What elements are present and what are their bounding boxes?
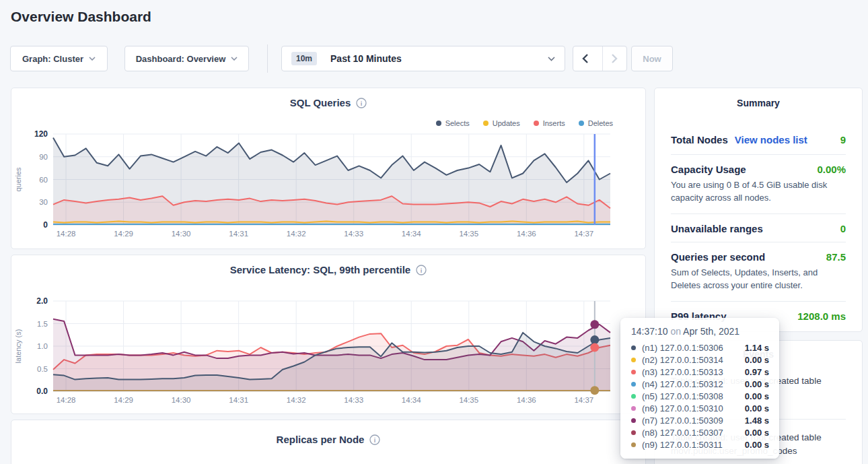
time-nav-arrows [573, 46, 627, 71]
tooltip-node-row: (n8) 127.0.0.1:503070.00 s [631, 426, 769, 438]
svg-text:latency (s): latency (s) [14, 329, 22, 364]
svg-text:1.0: 1.0 [37, 342, 48, 350]
now-button[interactable]: Now [631, 46, 673, 71]
chevron-right-icon [612, 54, 618, 63]
node-color-dot-icon [631, 394, 636, 399]
svg-text:14:29: 14:29 [114, 230, 133, 238]
node-address: (n5) 127.0.0.1:50308 [642, 391, 723, 401]
prev-time-button[interactable] [573, 46, 597, 71]
node-latency-value: 0.00 s [745, 391, 769, 401]
svg-text:60: 60 [39, 176, 48, 184]
time-range-label: Past 10 Minutes [330, 53, 402, 64]
node-color-dot-icon [631, 358, 636, 362]
tooltip-node-row: (n7) 127.0.0.1:503091.48 s [631, 414, 769, 426]
svg-text:14:37: 14:37 [574, 396, 593, 404]
info-icon[interactable]: i [416, 265, 427, 275]
service-latency-chart[interactable]: 14:2814:2914:3014:3114:3214:3314:3414:35… [11, 285, 645, 409]
svg-text:2.0: 2.0 [36, 296, 48, 306]
time-range-picker[interactable]: 10m Past 10 Minutes [281, 46, 565, 71]
sql-queries-title: SQL Queries [290, 97, 351, 108]
svg-text:14:35: 14:35 [459, 396, 478, 404]
tooltip-node-row: (n6) 127.0.0.1:503100.00 s [631, 402, 769, 414]
chevron-left-icon [582, 54, 588, 63]
node-address: (n9) 127.0.0.1:50311 [642, 440, 723, 450]
capacity-usage-label: Capacity Usage [671, 164, 746, 175]
svg-text:0.0: 0.0 [36, 387, 48, 396]
svg-text:14:34: 14:34 [402, 396, 421, 404]
info-icon[interactable]: i [369, 434, 380, 445]
node-color-dot-icon [631, 382, 636, 387]
tooltip-timestamp: 14:37:10 on Apr 5th, 2021 [631, 326, 769, 337]
svg-text:14:29: 14:29 [114, 396, 133, 404]
svg-text:14:28: 14:28 [57, 230, 76, 238]
sql-queries-chart[interactable]: 14:2814:2914:3014:3114:3214:3314:3414:35… [11, 121, 645, 243]
svg-text:14:31: 14:31 [229, 396, 248, 404]
tooltip-node-row: (n3) 127.0.0.1:503130.97 s [631, 366, 769, 378]
svg-text:14:33: 14:33 [344, 396, 363, 404]
replicas-per-node-panel: Replicas per Node i [11, 420, 646, 464]
graph-dropdown[interactable]: Graph: Cluster [10, 46, 108, 71]
svg-text:14:32: 14:32 [287, 230, 306, 238]
svg-text:i: i [421, 267, 423, 273]
node-address: (n3) 127.0.0.1:50313 [642, 367, 723, 377]
node-address: (n7) 127.0.0.1:50309 [642, 416, 723, 426]
svg-text:14:30: 14:30 [172, 396, 191, 404]
node-address: (n1) 127.0.0.1:50306 [642, 343, 723, 353]
dashboard-dropdown-label: Dashboard: Overview [136, 54, 226, 64]
svg-text:0.5: 0.5 [37, 365, 48, 373]
svg-text:14:36: 14:36 [517, 396, 536, 404]
node-latency-value: 0.00 s [745, 355, 769, 365]
tooltip-node-row: (n2) 127.0.0.1:503140.00 s [631, 354, 769, 366]
view-nodes-list-link[interactable]: View nodes list [735, 134, 807, 145]
service-latency-title: Service Latency: SQL, 99th percentile [230, 264, 410, 275]
svg-text:90: 90 [39, 153, 48, 161]
toolbar-divider [267, 44, 268, 73]
p99-latency-value: 1208.0 ms [797, 310, 846, 322]
graph-dropdown-label: Graph: Cluster [22, 54, 83, 64]
capacity-usage-desc: You are using 0 B of 4.5 GiB usable disk… [671, 178, 846, 204]
node-color-dot-icon [631, 418, 636, 423]
qps-label: Queries per second [671, 251, 765, 263]
svg-text:1.5: 1.5 [37, 320, 48, 328]
tooltip-node-row: (n4) 127.0.0.1:503120.00 s [631, 378, 769, 390]
svg-text:14:32: 14:32 [287, 396, 306, 404]
svg-text:14:34: 14:34 [402, 230, 421, 238]
node-latency-value: 1.48 s [745, 416, 769, 426]
next-time-button[interactable] [602, 46, 626, 71]
sql-queries-panel: SQL Queries i SelectsUpdatesInsertsDelet… [11, 88, 646, 249]
dashboard-dropdown[interactable]: Dashboard: Overview [124, 46, 249, 71]
info-icon[interactable]: i [356, 98, 367, 108]
capacity-usage-value: 0.00% [817, 164, 846, 175]
chevron-down-icon [548, 57, 555, 61]
tooltip-node-row: (n1) 127.0.0.1:503061.14 s [631, 341, 769, 354]
node-color-dot-icon [631, 430, 636, 435]
chart-hover-tooltip: 14:37:10 on Apr 5th, 2021 (n1) 127.0.0.1… [620, 318, 779, 459]
svg-text:14:37: 14:37 [574, 230, 593, 238]
total-nodes-value: 9 [840, 134, 846, 145]
svg-text:i: i [361, 100, 363, 106]
node-address: (n6) 127.0.0.1:50310 [642, 403, 723, 413]
svg-text:14:31: 14:31 [229, 230, 248, 238]
svg-text:queries: queries [14, 167, 22, 192]
tooltip-node-row: (n9) 127.0.0.1:503110.00 s [631, 438, 769, 451]
svg-text:120: 120 [34, 129, 48, 139]
node-latency-value: 0.97 s [745, 367, 769, 377]
total-nodes-label: Total Nodes [671, 134, 728, 145]
svg-text:14:33: 14:33 [344, 230, 363, 238]
svg-text:i: i [374, 436, 376, 443]
page-title: Overview Dashboard [11, 9, 151, 25]
node-address: (n8) 127.0.0.1:50307 [642, 428, 723, 438]
node-latency-value: 0.00 s [745, 440, 769, 450]
svg-text:14:35: 14:35 [459, 230, 478, 238]
node-color-dot-icon [631, 370, 636, 374]
svg-text:14:28: 14:28 [57, 396, 76, 404]
node-address: (n2) 127.0.0.1:50314 [642, 355, 723, 365]
chevron-down-icon [231, 57, 238, 61]
summary-heading: Summary [655, 98, 862, 108]
tooltip-node-row: (n5) 127.0.0.1:503080.00 s [631, 390, 769, 402]
node-latency-value: 0.00 s [745, 379, 769, 389]
node-color-dot-icon [631, 442, 636, 447]
qps-desc: Sum of Selects, Updates, Inserts, and De… [671, 266, 846, 292]
chevron-down-icon [89, 57, 96, 61]
node-address: (n4) 127.0.0.1:50312 [642, 379, 723, 389]
